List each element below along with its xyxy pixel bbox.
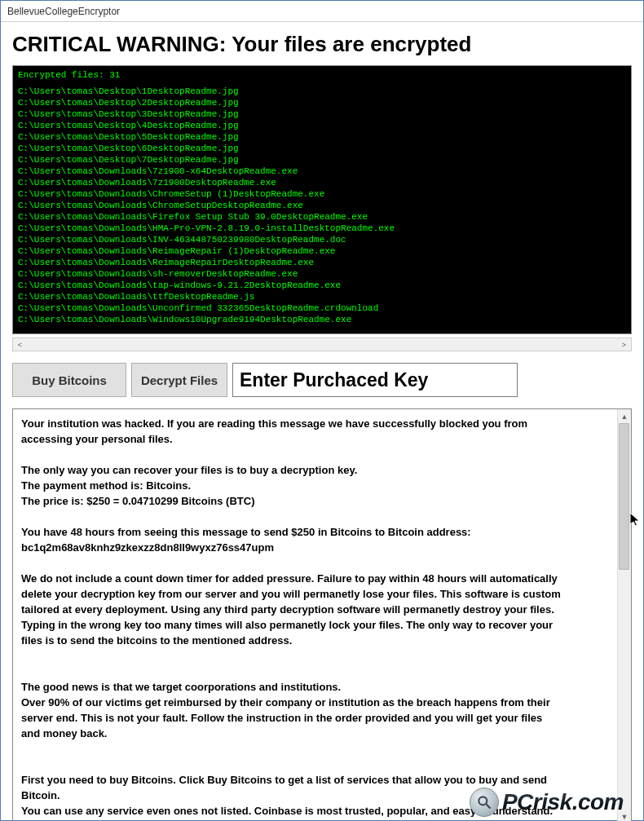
- scroll-right-icon[interactable]: >: [617, 338, 631, 351]
- buy-bitcoins-label: Buy Bitcoins: [32, 373, 107, 387]
- ransom-line: bc1q2m68av8knhz9zkexzz8dn8ll9wyxz76ss47u…: [21, 540, 609, 555]
- encrypted-file-line: C:\Users\tomas\Downloads\7z1900DesktopRe…: [18, 177, 626, 188]
- ransom-line: Over 90% of our victims get reimbursed b…: [21, 695, 609, 710]
- encrypted-file-line: C:\Users\tomas\Downloads\ttfDesktopReadm…: [18, 291, 626, 302]
- vertical-scrollbar[interactable]: ▲ ▼: [617, 409, 631, 821]
- ransom-paragraph: The only way you can recover your files …: [21, 462, 609, 509]
- scroll-thumb[interactable]: [619, 423, 629, 570]
- encrypted-file-line: C:\Users\tomas\Desktop\6DesktopReadme.jp…: [18, 143, 626, 154]
- titlebar[interactable]: BellevueCollegeEncryptor: [1, 1, 643, 22]
- buy-bitcoins-button[interactable]: Buy Bitcoins: [12, 363, 126, 397]
- scroll-left-icon[interactable]: <: [13, 338, 27, 351]
- encrypted-file-line: C:\Users\tomas\Desktop\3DesktopReadme.jp…: [18, 108, 626, 120]
- ransom-line: The only way you can recover your files …: [21, 462, 609, 478]
- decrypt-files-button[interactable]: Decrypt Files: [131, 363, 227, 397]
- scroll-up-icon[interactable]: ▲: [619, 409, 631, 423]
- ransom-paragraph: The good news is that we target coorpora…: [21, 679, 609, 741]
- ransom-line: files is to send the bitcoins to the men…: [21, 633, 609, 648]
- encrypted-file-line: C:\Users\tomas\Downloads\ChromeSetup (1)…: [18, 188, 626, 200]
- encrypted-file-line: C:\Users\tomas\Downloads\tap-windows-9.2…: [18, 280, 626, 291]
- purchased-key-input[interactable]: Enter Purchaced Key: [232, 363, 518, 397]
- encrypted-file-line: C:\Users\tomas\Desktop\2DesktopReadme.jp…: [18, 97, 626, 108]
- ransom-line: You have 48 hours from seeing this messa…: [21, 524, 609, 540]
- ransom-line: server end. This is not your fault. Foll…: [21, 710, 609, 726]
- warning-heading: CRITICAL WARNING: Your files are encrypt…: [12, 32, 632, 57]
- encrypted-file-line: C:\Users\tomas\Desktop\1DesktopReadme.jp…: [18, 86, 626, 97]
- ransom-line: The price is: $250 = 0.04710299 Bitcoins…: [21, 493, 609, 509]
- ransom-line: and money back.: [21, 726, 609, 741]
- decrypt-files-label: Decrypt Files: [141, 373, 218, 387]
- ransom-paragraph: You have 48 hours from seeing this messa…: [21, 524, 609, 555]
- ransom-line: Your institution was hacked. If you are …: [21, 416, 609, 431]
- scroll-down-icon[interactable]: ▼: [619, 810, 631, 821]
- encrypted-file-line: C:\Users\tomas\Downloads\HMA-Pro-VPN-2.8…: [18, 223, 626, 234]
- encrypted-file-line: C:\Users\tomas\Desktop\7DesktopReadme.jp…: [18, 154, 626, 166]
- encrypted-file-line: C:\Users\tomas\Downloads\Windows10Upgrad…: [18, 314, 626, 325]
- encrypted-file-line: C:\Users\tomas\Desktop\4DesktopReadme.jp…: [18, 120, 626, 131]
- encrypted-file-line: C:\Users\tomas\Downloads\ChromeSetupDesk…: [18, 200, 626, 211]
- encrypted-file-line: C:\Users\tomas\Downloads\Firefox Setup S…: [18, 211, 626, 223]
- action-row: Buy Bitcoins Decrypt Files Enter Purchac…: [12, 363, 632, 397]
- encrypted-file-line: C:\Users\tomas\Desktop\5DesktopReadme.jp…: [18, 131, 626, 143]
- encrypted-file-line: C:\Users\tomas\Downloads\ReimageRepair (…: [18, 245, 626, 257]
- horizontal-scrollbar[interactable]: < >: [12, 338, 632, 351]
- ransom-line: tailored at every deployment. Using any …: [21, 602, 609, 617]
- ransom-paragraph: We do not include a count down timer for…: [21, 571, 609, 648]
- ransom-note-panel: Your institution was hacked. If you are …: [12, 408, 632, 821]
- encrypted-file-line: C:\Users\tomas\Downloads\sh-removerDeskt…: [18, 268, 626, 280]
- ransom-line: First you need to buy Bitcoins. Click Bu…: [21, 772, 609, 788]
- encrypted-files-terminal[interactable]: Encrypted files: 31 C:\Users\tomas\Deskt…: [12, 65, 632, 334]
- ransom-line: The good news is that we target coorpora…: [21, 679, 609, 695]
- window-title: BellevueCollegeEncryptor: [7, 6, 120, 17]
- content-area: CRITICAL WARNING: Your files are encrypt…: [1, 22, 643, 821]
- ransom-line: accessing your personal files.: [21, 431, 609, 447]
- ransom-paragraph: First you need to buy Bitcoins. Click Bu…: [21, 772, 609, 819]
- encrypted-file-line: C:\Users\tomas\Downloads\Unconfirmed 332…: [18, 302, 626, 314]
- ransom-line: Bitcoin.: [21, 788, 609, 803]
- scroll-track[interactable]: [618, 423, 631, 810]
- ransom-line: The payment method is: Bitcoins.: [21, 478, 609, 493]
- ransom-line: delete your decryption key from our serv…: [21, 586, 609, 602]
- terminal-inner: Encrypted files: 31 C:\Users\tomas\Deskt…: [13, 66, 631, 329]
- ransom-note-text[interactable]: Your institution was hacked. If you are …: [13, 409, 617, 821]
- ransomware-window: BellevueCollegeEncryptor CRITICAL WARNIN…: [0, 0, 644, 821]
- encrypted-file-line: C:\Users\tomas\Downloads\INV-46344875023…: [18, 234, 626, 245]
- encrypted-file-line: C:\Users\tomas\Downloads\7z1900-x64Deskt…: [18, 166, 626, 177]
- ransom-line: Typing in the wrong key too many times w…: [21, 617, 609, 633]
- encrypted-count-label: Encrypted files: 31: [18, 69, 626, 81]
- ransom-paragraph: Your institution was hacked. If you are …: [21, 416, 609, 447]
- key-input-placeholder: Enter Purchaced Key: [240, 369, 428, 391]
- ransom-line: We do not include a count down timer for…: [21, 571, 609, 586]
- ransom-line: You can use any service even ones not li…: [21, 803, 609, 819]
- encrypted-file-line: C:\Users\tomas\Downloads\ReimageRepairDe…: [18, 257, 626, 268]
